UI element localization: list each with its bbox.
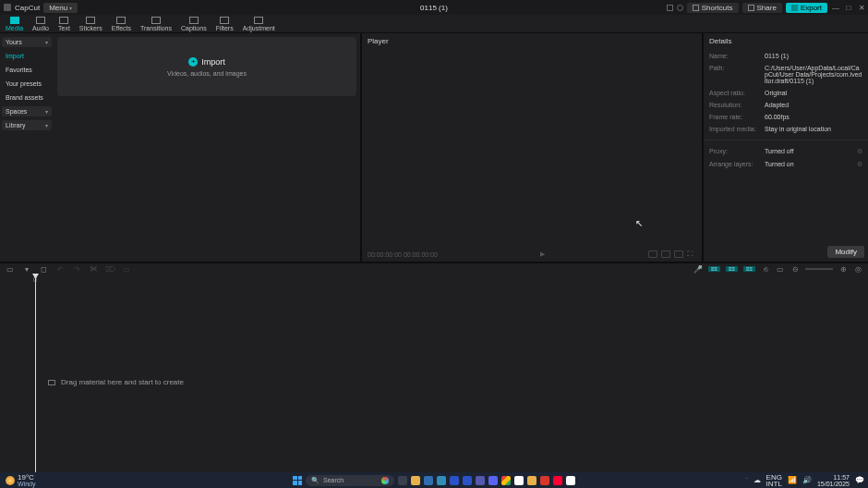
tab-label: Effects [112, 25, 131, 31]
detail-key: Arrange layers: [709, 161, 765, 168]
taskbar-icon-red[interactable] [540, 476, 549, 485]
taskbar-icon-explorer[interactable] [411, 476, 420, 485]
sidebar-item-presets[interactable]: Your presets [2, 79, 52, 89]
taskbar-icon-discord[interactable] [488, 476, 498, 485]
detail-key: Frame rate: [709, 114, 765, 120]
taskbar-icon-app[interactable] [450, 476, 459, 485]
maximize-button[interactable]: □ [844, 4, 853, 12]
taskbar-icon-taskview[interactable] [398, 476, 407, 485]
taskbar-icon-chrome[interactable] [501, 476, 511, 485]
sidebar-item-import[interactable]: Import [2, 51, 52, 61]
tray-volume-icon[interactable]: 🔊 [802, 476, 812, 484]
split-tool[interactable]: ◻ [39, 264, 48, 274]
tab-effects[interactable]: Effects [112, 17, 131, 31]
cut-button[interactable]: ✀ [89, 264, 98, 274]
import-dropzone[interactable]: +Import Videos, audios, and images [57, 37, 356, 96]
timeline-hint: Drag material here and start to create [48, 378, 184, 386]
taskbar-icon-store[interactable] [424, 476, 433, 485]
gear-icon[interactable]: ⚙ [857, 148, 862, 155]
history-icon[interactable] [677, 5, 683, 11]
sidebar-item-label: Spaces [6, 108, 27, 115]
tab-audio[interactable]: Audio [32, 17, 49, 31]
import-pane: +Import Videos, audios, and images [54, 33, 360, 262]
playhead[interactable] [35, 274, 36, 474]
taskbar-icon-capcut[interactable] [566, 476, 575, 485]
taskbar-icon-chrome2[interactable] [514, 476, 524, 485]
play-button[interactable]: ▶ [438, 250, 648, 258]
notifications-icon[interactable]: 💬 [855, 476, 864, 484]
chevron-down-icon: ▾ [45, 122, 48, 128]
zoom-in-icon[interactable]: ⊕ [838, 264, 848, 274]
fullscreen-button[interactable]: ⛶ [687, 250, 696, 258]
quality-button[interactable] [661, 250, 670, 258]
delete-button[interactable]: ⌦ [105, 264, 115, 274]
gear-icon[interactable]: ⚙ [857, 161, 862, 168]
tab-text[interactable]: Text [58, 17, 70, 31]
detail-key: Name: [709, 53, 765, 59]
tab-stickers[interactable]: Stickers [79, 17, 102, 31]
detail-key: Proxy: [709, 148, 765, 155]
ratio-button[interactable] [648, 250, 657, 258]
autotool-chip[interactable]: ≡≡ [743, 266, 755, 272]
minimize-button[interactable]: — [831, 4, 840, 12]
taskbar-icon-teams[interactable] [476, 476, 485, 485]
compare-button[interactable] [674, 250, 683, 258]
fit-icon[interactable]: ◎ [853, 264, 862, 274]
detail-row-resolution: Resolution:Adapted [709, 102, 862, 108]
search-icon: 🔍 [311, 477, 319, 484]
track-toggle-icon[interactable]: ▭ [776, 264, 785, 274]
language-indicator[interactable]: ENG INTL [766, 474, 782, 487]
sidebar-item-yours[interactable]: Yours▾ [2, 37, 52, 47]
sidebar-item-library[interactable]: Library▾ [2, 120, 52, 130]
modify-button[interactable]: Modify [827, 246, 864, 258]
taskbar-icon-word[interactable] [463, 476, 472, 485]
redo-button[interactable]: ↷ [72, 264, 81, 274]
zoom-out-icon[interactable]: ⊖ [790, 264, 800, 274]
close-button[interactable]: ✕ [857, 4, 866, 12]
zoom-slider[interactable] [805, 268, 833, 270]
taskbar-icon-youtube[interactable] [553, 476, 562, 485]
taskbar-icon-folder[interactable] [527, 476, 536, 485]
details-title: Details [704, 33, 868, 49]
export-button[interactable]: Export [786, 3, 827, 13]
timeline[interactable]: 0 Drag material here and start to create [0, 274, 868, 474]
stickers-icon [86, 17, 95, 24]
tray-wifi-icon[interactable]: 📶 [788, 476, 797, 484]
detail-row-path: Path:C:/Users/User/AppData/Local/CapCut/… [709, 65, 862, 84]
tab-adjustment[interactable]: Adjustment [243, 17, 275, 31]
sidebar-item-label: Library [6, 122, 25, 128]
autocut-chip[interactable]: ≡≡ [726, 266, 738, 272]
sidebar-item-brand[interactable]: Brand assets [2, 92, 52, 103]
start-button[interactable] [293, 476, 302, 485]
tab-filters[interactable]: Filters [216, 17, 234, 31]
tab-label: Stickers [79, 25, 102, 31]
taskbar-icon-edge[interactable] [437, 476, 446, 485]
tab-captions[interactable]: Captions [181, 17, 207, 31]
select-tool[interactable]: ▭ [6, 264, 15, 274]
tab-media[interactable]: Media [6, 17, 23, 31]
share-button[interactable]: Share [742, 3, 782, 13]
detail-value: Turned off [765, 148, 857, 155]
magnet-icon[interactable]: ⎋ [761, 264, 770, 274]
keyboard-icon [693, 5, 699, 11]
mic-icon[interactable]: 🎤 [693, 264, 703, 274]
shortcuts-button[interactable]: Shortcuts [687, 3, 739, 13]
tray-chevron-icon[interactable]: ˄ [745, 477, 748, 483]
tray-cloud-icon[interactable]: ☁ [753, 476, 761, 484]
autocaption-chip[interactable]: ≡≡ [708, 266, 720, 272]
chevron-down-icon[interactable]: ▾ [22, 264, 31, 274]
tab-transitions[interactable]: Transitions [140, 17, 172, 31]
crop-button[interactable]: ▭ [122, 264, 131, 274]
sidebar-item-favorites[interactable]: Favorites [2, 65, 52, 75]
weather-widget[interactable]: 19°C Windy [0, 474, 41, 487]
detail-value: 0115 (1) [765, 53, 862, 59]
menu-label: Menu [49, 4, 67, 12]
sidebar-item-spaces[interactable]: Spaces▾ [2, 106, 52, 116]
undo-button[interactable]: ↶ [55, 264, 65, 274]
detail-row-name: Name:0115 (1) [709, 53, 862, 59]
taskbar-clock[interactable]: 11:57 15/01/2025 [817, 474, 850, 487]
menu-button[interactable]: Menu ▾ [43, 3, 78, 13]
taskbar-search[interactable]: 🔍 Search [306, 475, 394, 486]
layout-toggle-icon[interactable] [667, 5, 673, 11]
weather-icon [6, 476, 15, 485]
